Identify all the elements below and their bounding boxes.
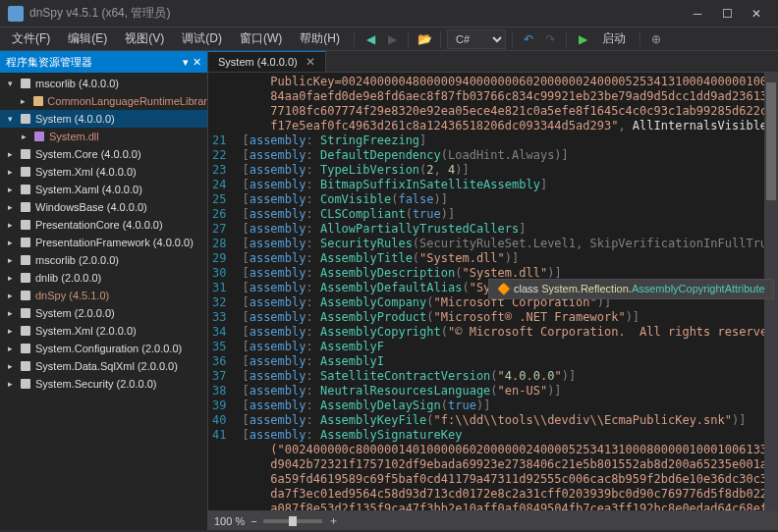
toolbar-extra-icon[interactable]: ⊕: [646, 29, 666, 49]
tree-twisty-icon[interactable]: ▸: [4, 344, 16, 353]
nav-forward-button[interactable]: ▶: [382, 29, 402, 49]
tree-twisty-icon[interactable]: ▸: [4, 308, 16, 318]
menu-edit[interactable]: 编辑(E): [60, 28, 115, 49]
close-panel-icon[interactable]: ✕: [193, 56, 201, 69]
tree-item[interactable]: ▸dnSpy (4.5.1.0): [0, 287, 207, 304]
menu-debug[interactable]: 调试(D): [174, 28, 230, 49]
assembly-icon: [19, 253, 32, 267]
start-debug-icon[interactable]: ▶: [573, 29, 592, 49]
open-file-icon[interactable]: 📂: [415, 29, 434, 49]
tree-item[interactable]: ▾mscorlib (4.0.0.0): [0, 75, 207, 92]
tree-twisty-icon[interactable]: ▾: [4, 79, 16, 88]
svg-rect-4: [21, 149, 30, 159]
tree-item[interactable]: ▸System.Data.SqlXml (2.0.0.0): [0, 357, 207, 375]
assembly-icon: [19, 377, 32, 391]
tree-twisty-icon[interactable]: ▸: [4, 255, 16, 265]
start-button[interactable]: 启动: [594, 28, 634, 49]
svg-rect-8: [21, 220, 30, 230]
tree-twisty-icon[interactable]: ▸: [4, 167, 16, 177]
tree-item[interactable]: ▸System.Configuration (2.0.0.0): [0, 340, 207, 357]
tree-item[interactable]: ▸System.Xml (2.0.0.0): [0, 322, 207, 340]
close-button[interactable]: ✕: [743, 4, 770, 24]
tree-item[interactable]: ▸dnlib (2.0.0.0): [0, 269, 207, 287]
namespace-icon: [31, 94, 44, 108]
zoom-plus[interactable]: ＋: [328, 513, 339, 528]
tree-twisty-icon[interactable]: ▸: [4, 220, 16, 230]
tree-label: System.Core (4.0.0.0): [35, 148, 141, 160]
titlebar-text: dnSpy v4.5.1 (x64, 管理员): [29, 5, 684, 22]
assembly-explorer-sidebar: 程序集资源管理器 ▾ ✕ ▾mscorlib (4.0.0.0)▸CommonL…: [0, 51, 208, 530]
tree-item[interactable]: ▸CommonLanguageRuntimeLibrar: [0, 92, 207, 110]
assembly-icon: [19, 324, 32, 338]
tree-item[interactable]: ▾System (4.0.0.0): [0, 110, 207, 128]
sidebar-header: 程序集资源管理器 ▾ ✕: [0, 51, 207, 73]
tree-label: System.Xml (4.0.0.0): [35, 166, 137, 178]
tree-item[interactable]: ▸PresentationCore (4.0.0.0): [0, 216, 207, 234]
tree-twisty-icon[interactable]: ▸: [4, 185, 16, 194]
zoom-slider[interactable]: [263, 519, 322, 523]
tree-item[interactable]: ▸System.dll: [0, 128, 207, 145]
svg-rect-6: [21, 185, 30, 194]
code-editor[interactable]: 2122232425262728293031323334353637383940…: [208, 73, 778, 510]
tree-twisty-icon[interactable]: ▸: [18, 96, 28, 106]
maximize-button[interactable]: ☐: [713, 4, 741, 24]
tree-item[interactable]: ▸WindowsBase (4.0.0.0): [0, 198, 207, 216]
code-content[interactable]: PublicKey=002400000480000094000000060200…: [234, 73, 778, 510]
separator: [354, 31, 355, 47]
tree-twisty-icon[interactable]: ▸: [4, 149, 16, 159]
svg-rect-12: [21, 291, 30, 300]
separator: [440, 31, 441, 47]
tree-twisty-icon[interactable]: ▸: [4, 326, 16, 336]
assembly-tree[interactable]: ▾mscorlib (4.0.0.0)▸CommonLanguageRuntim…: [0, 73, 207, 530]
dropdown-icon[interactable]: ▾: [183, 56, 189, 69]
tree-twisty-icon[interactable]: ▸: [4, 291, 16, 300]
language-select[interactable]: C#: [447, 29, 506, 49]
svg-rect-17: [21, 379, 30, 389]
tree-twisty-icon[interactable]: ▸: [4, 361, 16, 371]
tree-item[interactable]: ▸mscorlib (2.0.0.0): [0, 251, 207, 269]
svg-rect-0: [21, 79, 30, 88]
tab-label: System (4.0.0.0): [218, 56, 298, 68]
tree-twisty-icon[interactable]: ▸: [4, 202, 16, 212]
tab-close-icon[interactable]: ✕: [306, 55, 315, 69]
tab-system[interactable]: System (4.0.0.0) ✕: [208, 51, 326, 72]
vertical-scrollbar[interactable]: [764, 73, 778, 510]
tree-twisty-icon[interactable]: ▸: [4, 379, 16, 389]
undo-icon[interactable]: ↶: [519, 29, 538, 49]
tree-label: System (2.0.0.0): [35, 307, 115, 319]
assembly-icon: [19, 359, 32, 373]
menu-help[interactable]: 帮助(H): [292, 28, 348, 49]
svg-rect-13: [21, 308, 30, 318]
tree-label: CommonLanguageRuntimeLibrar: [47, 95, 207, 107]
svg-rect-1: [33, 96, 43, 106]
tree-twisty-icon[interactable]: ▾: [4, 114, 16, 124]
tree-twisty-icon[interactable]: ▸: [4, 273, 16, 283]
tree-item[interactable]: ▸System (2.0.0.0): [0, 304, 207, 322]
tree-item[interactable]: ▸PresentationFramework (4.0.0.0): [0, 234, 207, 251]
tree-item[interactable]: ▸System.Security (2.0.0.0): [0, 375, 207, 393]
tree-label: mscorlib (4.0.0.0): [35, 78, 119, 89]
menu-view[interactable]: 视图(V): [117, 28, 172, 49]
redo-icon[interactable]: ↷: [540, 29, 560, 49]
minimize-button[interactable]: ─: [684, 4, 711, 24]
editor-area: System (4.0.0.0) ✕ 212223242526272829303…: [208, 51, 778, 530]
assembly-icon: [19, 342, 32, 355]
zoom-label: 100 %: [214, 515, 245, 527]
sidebar-title: 程序集资源管理器: [6, 55, 92, 70]
nav-back-button[interactable]: ◀: [361, 29, 380, 49]
assembly-icon: [19, 236, 32, 249]
svg-rect-7: [21, 202, 30, 212]
titlebar: dnSpy v4.5.1 (x64, 管理员) ─ ☐ ✕: [0, 0, 778, 27]
tree-item[interactable]: ▸System.Core (4.0.0.0): [0, 145, 207, 163]
menu-file[interactable]: 文件(F): [4, 28, 58, 49]
svg-rect-9: [21, 238, 30, 247]
tree-twisty-icon[interactable]: ▸: [18, 132, 29, 141]
separator: [566, 31, 567, 47]
tree-item[interactable]: ▸System.Xml (4.0.0.0): [0, 163, 207, 181]
tree-item[interactable]: ▸System.Xaml (4.0.0.0): [0, 181, 207, 198]
svg-rect-3: [34, 132, 44, 141]
menu-window[interactable]: 窗口(W): [232, 28, 290, 49]
svg-rect-15: [21, 344, 30, 353]
tree-twisty-icon[interactable]: ▸: [4, 238, 16, 247]
zoom-minus[interactable]: −: [250, 515, 256, 527]
